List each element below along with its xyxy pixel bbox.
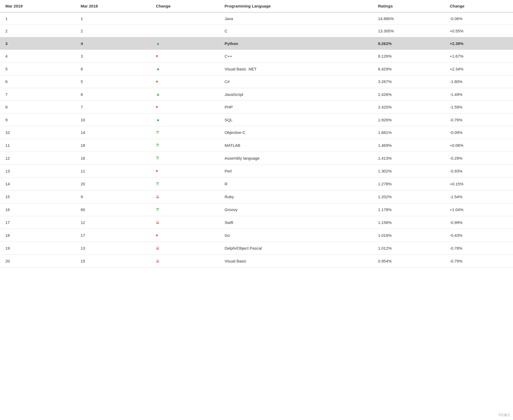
change-icon-cell: ▲ xyxy=(150,114,219,126)
table-row: 56▲Visual Basic .NET6.429%+2.34% xyxy=(0,63,513,75)
rank-prev: 11 xyxy=(75,165,150,178)
double-up-icon: ⇈ xyxy=(156,207,159,212)
table-row: 910▲SQL1.926%-0.76% xyxy=(0,114,513,126)
language-name: R xyxy=(219,178,373,190)
change-icon-cell: ⇊ xyxy=(150,255,219,268)
table-row: 1817▾Go1.016%-0.43% xyxy=(0,229,513,242)
change-value: -0.79% xyxy=(444,255,513,268)
change-icon-cell: ⇈ xyxy=(150,178,219,190)
up-icon: ▲ xyxy=(156,66,160,71)
header-row: Mar 2019Mar 2018ChangeProgramming Langua… xyxy=(0,0,513,12)
rank-current: 2 xyxy=(0,25,75,37)
change-icon-cell: ⇊ xyxy=(150,190,219,203)
change-icon-cell: ▾ xyxy=(150,229,219,242)
ratings-value: 8.126% xyxy=(373,50,444,63)
change-value: -1.80% xyxy=(444,75,513,88)
change-value: -0.09% xyxy=(444,126,513,139)
ratings-value: 1.926% xyxy=(373,114,444,126)
change-value: -0.93% xyxy=(444,165,513,178)
language-name: Java xyxy=(219,12,373,25)
change-value: +1.04% xyxy=(444,203,513,216)
rank-prev: 16 xyxy=(75,152,150,165)
change-icon-cell: ⇊ xyxy=(150,242,219,255)
change-icon-cell: ▾ xyxy=(150,50,219,63)
change-icon-cell: ⇈ xyxy=(150,126,219,139)
up-icon: ▲ xyxy=(156,92,160,96)
change-value: -0.43% xyxy=(444,229,513,242)
change-value: -1.49% xyxy=(444,88,513,101)
change-value: +0.15% xyxy=(444,178,513,190)
table-body: 11Java14.880%-0.06%22C13.305%+0.55%34▲Py… xyxy=(0,12,513,268)
change-icon-cell: ▾ xyxy=(150,75,219,88)
ratings-value: 3.267% xyxy=(373,75,444,88)
table-row: 22C13.305%+0.55% xyxy=(0,25,513,37)
table-row: 34▲Python8.262%+2.39% xyxy=(0,37,513,50)
rank-prev: 5 xyxy=(75,75,150,88)
language-name: Swift xyxy=(219,216,373,229)
ratings-value: 1.469% xyxy=(373,139,444,152)
rank-current: 5 xyxy=(0,63,75,75)
language-name: C++ xyxy=(219,50,373,63)
language-name: Delphi/Object Pascal xyxy=(219,242,373,255)
change-value: +0.55% xyxy=(444,25,513,37)
rank-prev: 15 xyxy=(75,255,150,268)
language-name: Objective-C xyxy=(219,126,373,139)
header-col-5: Change xyxy=(444,0,513,12)
rank-current: 7 xyxy=(0,88,75,101)
rank-current: 10 xyxy=(0,126,75,139)
double-up-icon: ⇈ xyxy=(156,130,159,135)
language-name: Go xyxy=(219,229,373,242)
rank-prev: 10 xyxy=(75,114,150,126)
table-row: 78▲JavaScript2.426%-1.49% xyxy=(0,88,513,101)
header-col-4: Ratings xyxy=(373,0,444,12)
rank-prev: 4 xyxy=(75,37,150,50)
rank-current: 16 xyxy=(0,203,75,216)
ratings-value: 1.681% xyxy=(373,126,444,139)
language-name: Visual Basic .NET xyxy=(219,63,373,75)
change-value: +1.67% xyxy=(444,50,513,63)
rank-prev: 1 xyxy=(75,12,150,25)
rank-prev: 9 xyxy=(75,190,150,203)
language-name: Ruby xyxy=(219,190,373,203)
ratings-value: 14.880% xyxy=(373,12,444,25)
language-name: Python xyxy=(219,37,373,50)
change-icon-cell: ▲ xyxy=(150,63,219,75)
up-icon: ▲ xyxy=(156,41,160,46)
rank-prev: 17 xyxy=(75,229,150,242)
ratings-value: 2.426% xyxy=(373,88,444,101)
change-icon-cell: ▾ xyxy=(150,101,219,114)
change-value: +2.34% xyxy=(444,63,513,75)
language-name: PHP xyxy=(219,101,373,114)
language-name: JavaScript xyxy=(219,88,373,101)
change-value: -0.06% xyxy=(444,12,513,25)
language-name: C# xyxy=(219,75,373,88)
rank-prev: 2 xyxy=(75,25,150,37)
change-icon-cell: ⇈ xyxy=(150,203,219,216)
double-up-icon: ⇈ xyxy=(156,156,159,160)
rank-prev: 18 xyxy=(75,139,150,152)
rank-current: 3 xyxy=(0,37,75,50)
table-row: 1712⇊Swift1.158%-0.99% xyxy=(0,216,513,229)
up-icon: ▲ xyxy=(156,117,160,122)
rank-current: 18 xyxy=(0,229,75,242)
language-name: Assembly language xyxy=(219,152,373,165)
rank-current: 17 xyxy=(0,216,75,229)
down-icon: ▾ xyxy=(156,54,158,58)
rank-prev: 12 xyxy=(75,216,150,229)
rank-prev: 20 xyxy=(75,178,150,190)
header-col-2: Change xyxy=(150,0,219,12)
table-row: 87▾PHP2.420%-1.59% xyxy=(0,101,513,114)
rank-prev: 8 xyxy=(75,88,150,101)
rank-current: 4 xyxy=(0,50,75,63)
change-icon-cell: ⇈ xyxy=(150,139,219,152)
ratings-value: 1.012% xyxy=(373,242,444,255)
rank-current: 12 xyxy=(0,152,75,165)
change-value: +0.06% xyxy=(444,139,513,152)
language-name: C xyxy=(219,25,373,37)
double-down-icon: ⇊ xyxy=(156,246,159,250)
table-row: 65▾C#3.267%-1.80% xyxy=(0,75,513,88)
change-value: +2.39% xyxy=(444,37,513,50)
rank-prev: 6 xyxy=(75,63,150,75)
rank-prev: 3 xyxy=(75,50,150,63)
table-header: Mar 2019Mar 2018ChangeProgramming Langua… xyxy=(0,0,513,12)
